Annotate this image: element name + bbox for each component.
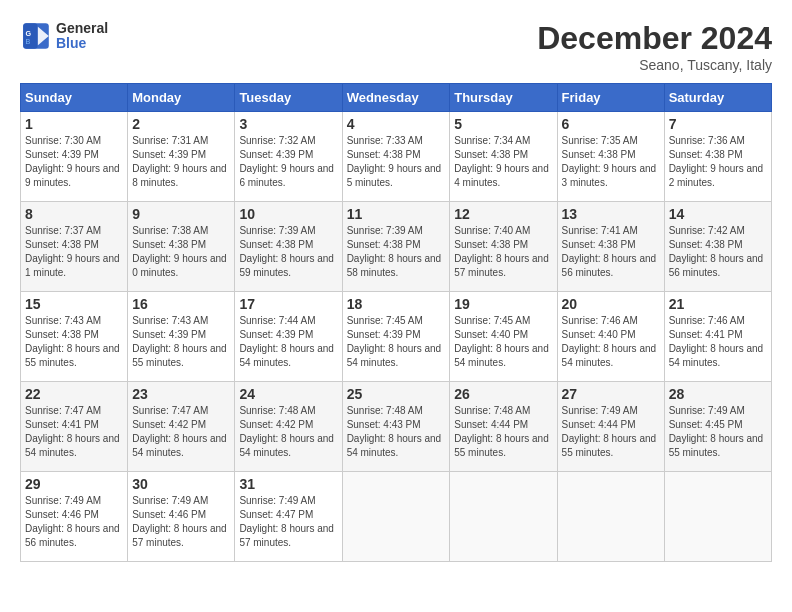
calendar-day-cell: 18 Sunrise: 7:45 AMSunset: 4:39 PMDaylig… xyxy=(342,292,450,382)
day-number: 27 xyxy=(562,386,660,402)
calendar-day-cell: 16 Sunrise: 7:43 AMSunset: 4:39 PMDaylig… xyxy=(128,292,235,382)
day-number: 12 xyxy=(454,206,552,222)
day-info: Sunrise: 7:49 AMSunset: 4:46 PMDaylight:… xyxy=(25,495,120,548)
day-number: 29 xyxy=(25,476,123,492)
calendar-day-cell: 7 Sunrise: 7:36 AMSunset: 4:38 PMDayligh… xyxy=(664,112,771,202)
day-info: Sunrise: 7:31 AMSunset: 4:39 PMDaylight:… xyxy=(132,135,227,188)
weekday-header: Monday xyxy=(128,84,235,112)
day-number: 7 xyxy=(669,116,767,132)
day-info: Sunrise: 7:43 AMSunset: 4:39 PMDaylight:… xyxy=(132,315,227,368)
calendar-day-cell: 19 Sunrise: 7:45 AMSunset: 4:40 PMDaylig… xyxy=(450,292,557,382)
day-info: Sunrise: 7:46 AMSunset: 4:40 PMDaylight:… xyxy=(562,315,657,368)
calendar-day-cell: 25 Sunrise: 7:48 AMSunset: 4:43 PMDaylig… xyxy=(342,382,450,472)
weekday-header: Thursday xyxy=(450,84,557,112)
page-header: G B General Blue December 2024 Seano, Tu… xyxy=(20,20,772,73)
calendar-day-cell xyxy=(450,472,557,562)
location-subtitle: Seano, Tuscany, Italy xyxy=(537,57,772,73)
calendar-week-row: 29 Sunrise: 7:49 AMSunset: 4:46 PMDaylig… xyxy=(21,472,772,562)
day-info: Sunrise: 7:49 AMSunset: 4:44 PMDaylight:… xyxy=(562,405,657,458)
day-number: 31 xyxy=(239,476,337,492)
calendar-day-cell: 13 Sunrise: 7:41 AMSunset: 4:38 PMDaylig… xyxy=(557,202,664,292)
day-number: 19 xyxy=(454,296,552,312)
day-info: Sunrise: 7:34 AMSunset: 4:38 PMDaylight:… xyxy=(454,135,549,188)
day-number: 20 xyxy=(562,296,660,312)
day-info: Sunrise: 7:36 AMSunset: 4:38 PMDaylight:… xyxy=(669,135,764,188)
day-number: 6 xyxy=(562,116,660,132)
calendar-day-cell: 8 Sunrise: 7:37 AMSunset: 4:38 PMDayligh… xyxy=(21,202,128,292)
day-info: Sunrise: 7:45 AMSunset: 4:39 PMDaylight:… xyxy=(347,315,442,368)
day-number: 4 xyxy=(347,116,446,132)
calendar-day-cell: 9 Sunrise: 7:38 AMSunset: 4:38 PMDayligh… xyxy=(128,202,235,292)
calendar-day-cell: 15 Sunrise: 7:43 AMSunset: 4:38 PMDaylig… xyxy=(21,292,128,382)
day-info: Sunrise: 7:44 AMSunset: 4:39 PMDaylight:… xyxy=(239,315,334,368)
weekday-header: Friday xyxy=(557,84,664,112)
calendar-day-cell: 3 Sunrise: 7:32 AMSunset: 4:39 PMDayligh… xyxy=(235,112,342,202)
day-info: Sunrise: 7:48 AMSunset: 4:43 PMDaylight:… xyxy=(347,405,442,458)
calendar-week-row: 15 Sunrise: 7:43 AMSunset: 4:38 PMDaylig… xyxy=(21,292,772,382)
calendar-day-cell: 14 Sunrise: 7:42 AMSunset: 4:38 PMDaylig… xyxy=(664,202,771,292)
calendar-day-cell: 31 Sunrise: 7:49 AMSunset: 4:47 PMDaylig… xyxy=(235,472,342,562)
logo-line2: Blue xyxy=(56,36,108,51)
calendar-day-cell: 12 Sunrise: 7:40 AMSunset: 4:38 PMDaylig… xyxy=(450,202,557,292)
day-info: Sunrise: 7:48 AMSunset: 4:42 PMDaylight:… xyxy=(239,405,334,458)
title-section: December 2024 Seano, Tuscany, Italy xyxy=(537,20,772,73)
calendar-day-cell: 22 Sunrise: 7:47 AMSunset: 4:41 PMDaylig… xyxy=(21,382,128,472)
day-number: 15 xyxy=(25,296,123,312)
month-title: December 2024 xyxy=(537,20,772,57)
day-info: Sunrise: 7:49 AMSunset: 4:45 PMDaylight:… xyxy=(669,405,764,458)
logo-icon: G B xyxy=(20,20,52,52)
calendar-day-cell: 26 Sunrise: 7:48 AMSunset: 4:44 PMDaylig… xyxy=(450,382,557,472)
calendar-week-row: 8 Sunrise: 7:37 AMSunset: 4:38 PMDayligh… xyxy=(21,202,772,292)
day-number: 22 xyxy=(25,386,123,402)
calendar-day-cell: 24 Sunrise: 7:48 AMSunset: 4:42 PMDaylig… xyxy=(235,382,342,472)
day-number: 30 xyxy=(132,476,230,492)
day-number: 1 xyxy=(25,116,123,132)
calendar-day-cell: 11 Sunrise: 7:39 AMSunset: 4:38 PMDaylig… xyxy=(342,202,450,292)
logo: G B General Blue xyxy=(20,20,108,52)
calendar-table: SundayMondayTuesdayWednesdayThursdayFrid… xyxy=(20,83,772,562)
day-info: Sunrise: 7:30 AMSunset: 4:39 PMDaylight:… xyxy=(25,135,120,188)
day-number: 3 xyxy=(239,116,337,132)
calendar-day-cell: 4 Sunrise: 7:33 AMSunset: 4:38 PMDayligh… xyxy=(342,112,450,202)
day-info: Sunrise: 7:47 AMSunset: 4:41 PMDaylight:… xyxy=(25,405,120,458)
calendar-day-cell: 23 Sunrise: 7:47 AMSunset: 4:42 PMDaylig… xyxy=(128,382,235,472)
day-number: 5 xyxy=(454,116,552,132)
day-info: Sunrise: 7:33 AMSunset: 4:38 PMDaylight:… xyxy=(347,135,442,188)
day-number: 25 xyxy=(347,386,446,402)
day-info: Sunrise: 7:39 AMSunset: 4:38 PMDaylight:… xyxy=(347,225,442,278)
day-info: Sunrise: 7:43 AMSunset: 4:38 PMDaylight:… xyxy=(25,315,120,368)
calendar-day-cell: 29 Sunrise: 7:49 AMSunset: 4:46 PMDaylig… xyxy=(21,472,128,562)
calendar-day-cell: 17 Sunrise: 7:44 AMSunset: 4:39 PMDaylig… xyxy=(235,292,342,382)
calendar-day-cell: 21 Sunrise: 7:46 AMSunset: 4:41 PMDaylig… xyxy=(664,292,771,382)
svg-text:B: B xyxy=(26,37,31,46)
day-info: Sunrise: 7:40 AMSunset: 4:38 PMDaylight:… xyxy=(454,225,549,278)
calendar-week-row: 22 Sunrise: 7:47 AMSunset: 4:41 PMDaylig… xyxy=(21,382,772,472)
logo-line1: General xyxy=(56,21,108,36)
calendar-day-cell xyxy=(664,472,771,562)
day-info: Sunrise: 7:48 AMSunset: 4:44 PMDaylight:… xyxy=(454,405,549,458)
logo-text: General Blue xyxy=(56,21,108,52)
weekday-header: Tuesday xyxy=(235,84,342,112)
day-info: Sunrise: 7:38 AMSunset: 4:38 PMDaylight:… xyxy=(132,225,227,278)
calendar-day-cell: 6 Sunrise: 7:35 AMSunset: 4:38 PMDayligh… xyxy=(557,112,664,202)
day-info: Sunrise: 7:35 AMSunset: 4:38 PMDaylight:… xyxy=(562,135,657,188)
weekday-header-row: SundayMondayTuesdayWednesdayThursdayFrid… xyxy=(21,84,772,112)
day-info: Sunrise: 7:49 AMSunset: 4:47 PMDaylight:… xyxy=(239,495,334,548)
day-number: 23 xyxy=(132,386,230,402)
day-info: Sunrise: 7:49 AMSunset: 4:46 PMDaylight:… xyxy=(132,495,227,548)
day-info: Sunrise: 7:32 AMSunset: 4:39 PMDaylight:… xyxy=(239,135,334,188)
day-number: 21 xyxy=(669,296,767,312)
day-number: 11 xyxy=(347,206,446,222)
day-number: 13 xyxy=(562,206,660,222)
day-info: Sunrise: 7:47 AMSunset: 4:42 PMDaylight:… xyxy=(132,405,227,458)
day-number: 28 xyxy=(669,386,767,402)
day-number: 17 xyxy=(239,296,337,312)
day-info: Sunrise: 7:42 AMSunset: 4:38 PMDaylight:… xyxy=(669,225,764,278)
weekday-header: Wednesday xyxy=(342,84,450,112)
weekday-header: Saturday xyxy=(664,84,771,112)
day-number: 26 xyxy=(454,386,552,402)
calendar-day-cell xyxy=(557,472,664,562)
day-number: 9 xyxy=(132,206,230,222)
calendar-day-cell: 5 Sunrise: 7:34 AMSunset: 4:38 PMDayligh… xyxy=(450,112,557,202)
day-info: Sunrise: 7:41 AMSunset: 4:38 PMDaylight:… xyxy=(562,225,657,278)
